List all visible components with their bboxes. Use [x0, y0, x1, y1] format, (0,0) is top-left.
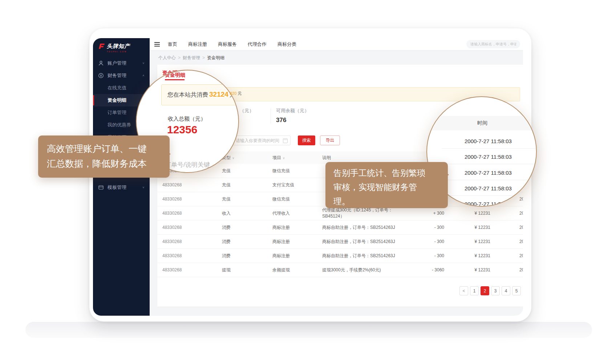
- logo[interactable]: 头牌知产 TOUPAI.COM: [93, 38, 150, 53]
- stat-expense-label-fragment: （元）: [240, 108, 254, 114]
- table-row: 48330268消费商标注册商标自助注册，订单号：SB2514263J- 300…: [157, 221, 523, 235]
- sidebar-group-label: 账户管理: [108, 60, 142, 66]
- nav-item-2[interactable]: 商标注册: [188, 41, 207, 48]
- cell-time: 2000-7-27 11:58:03: [490, 267, 523, 272]
- callout-left: 高效管理账户订单、一键 汇总数据，降低财务成本: [38, 136, 170, 178]
- lens-time-value: 2000-7-27 11:58:03: [465, 170, 512, 176]
- table-header-item[interactable]: 项目∨: [272, 155, 322, 161]
- cell-desc: 提现3000元，手续费2%(60元): [322, 267, 412, 273]
- sidebar-group-3[interactable]: 模板管理∨: [93, 181, 150, 194]
- nav-item-1[interactable]: 首页: [168, 41, 177, 48]
- breadcrumb-item[interactable]: 个人中心: [158, 55, 176, 61]
- logo-flag-icon: [98, 43, 105, 51]
- lens-income-value: 12356: [167, 124, 197, 136]
- stat-balance-label: 可用余额（元）: [276, 108, 309, 114]
- cell-type: 充值: [222, 168, 272, 174]
- cell-type: 消费: [222, 239, 272, 245]
- time-filter-input[interactable]: [232, 136, 291, 145]
- cell-type: 消费: [222, 225, 272, 231]
- cell-balance: ¥ 12231: [444, 225, 490, 230]
- search-button[interactable]: 搜索: [298, 136, 315, 145]
- lens-row-divider: [442, 164, 536, 164]
- sidebar-group-1[interactable]: 账户管理∨: [93, 57, 150, 69]
- cell-order: 48330268: [162, 197, 222, 202]
- cell-balance: ¥ 12231: [444, 267, 490, 272]
- lens-time-value: 2000-7-27 11:58:03: [465, 154, 512, 160]
- time-filter: [232, 136, 291, 145]
- banner-fragment-unit: 元: [238, 91, 242, 96]
- nav-item-5[interactable]: 商标分类: [277, 41, 296, 48]
- stat-balance-value: 376: [276, 117, 309, 124]
- breadcrumb-separator: >: [178, 55, 181, 60]
- sidebar-group-label: 模板管理: [108, 184, 142, 191]
- cell-balance: ¥ 12231: [444, 239, 490, 244]
- cell-amount: - 300: [412, 253, 444, 258]
- template-icon: [98, 185, 104, 190]
- logo-title: 头牌知产: [107, 43, 130, 50]
- top-navigation: 首页商标注册商标服务代理合作商标分类: [168, 41, 296, 48]
- pagination-page-2[interactable]: 2: [481, 286, 489, 295]
- cell-time: 2000-7-27 11:58:03: [490, 239, 523, 244]
- lens-banner-text: 您在本站共消费32124元: [167, 90, 235, 99]
- calendar-icon[interactable]: [283, 138, 288, 143]
- cell-amount: - 3060: [412, 267, 444, 272]
- breadcrumb-item[interactable]: 财务管理: [183, 55, 200, 61]
- sidebar-item-在线充值[interactable]: 在线充值: [93, 82, 150, 94]
- cell-time: 2000-7-27 11:58:03: [490, 225, 523, 230]
- cell-time: 2000-7-27 11:58:03: [490, 253, 523, 258]
- trademark-search-input[interactable]: [466, 40, 520, 48]
- hamburger-menu-icon[interactable]: [150, 38, 164, 50]
- breadcrumb: 个人中心>财务管理>资金明细: [150, 50, 523, 65]
- cell-type: 提现: [222, 267, 272, 273]
- cell-amount: + 300: [412, 211, 444, 216]
- lens-banner-amount: 32124: [209, 90, 228, 98]
- cell-item: 微信充值: [272, 168, 322, 174]
- cell-order: 48330268: [162, 211, 222, 216]
- cell-type: 充值: [222, 196, 272, 202]
- cell-item: 商标注册: [272, 239, 322, 245]
- user-icon: [98, 60, 104, 66]
- pagination-prev-button[interactable]: <: [459, 286, 468, 295]
- lens-time-value: 2000-7-27 11:58:03: [465, 185, 512, 191]
- chevron-down-icon[interactable]: ∨: [283, 156, 285, 160]
- pagination-page-5[interactable]: 5: [512, 286, 521, 295]
- table-row: 48330268消费商标注册商标自助注册，订单号：SB2514263J- 300…: [157, 249, 523, 263]
- breadcrumb-item[interactable]: 资金明细: [207, 55, 224, 61]
- cell-desc: 代理提成300元（ID:1245，订单号：SB45124）: [322, 207, 412, 219]
- cell-desc: 商标自助注册，订单号：SB2514263J: [322, 239, 412, 245]
- cell-item: 商标注册: [272, 225, 322, 231]
- export-button[interactable]: 导出: [320, 136, 340, 145]
- nav-item-4[interactable]: 代理合作: [248, 41, 267, 48]
- cell-balance: ¥ 12231: [444, 211, 490, 216]
- header-label: 项目: [272, 155, 281, 160]
- chevron-down-icon: ∨: [142, 186, 145, 189]
- cell-order: 48330268: [162, 239, 222, 244]
- pagination-page-4[interactable]: 4: [502, 286, 510, 295]
- cell-type: 收入: [222, 210, 272, 217]
- lens-banner-prefix: 您在本站共消费: [167, 92, 208, 98]
- cell-desc: 商标自助注册，订单号：SB2514263J: [322, 253, 412, 259]
- stat-expense: （元）: [240, 108, 254, 114]
- cell-item: 代理收入: [272, 210, 322, 217]
- stat-divider: [271, 108, 271, 124]
- cell-item: 微信充值: [272, 196, 322, 202]
- table-row: 48330268提现余额提现提现3000元，手续费2%(60元)- 3060¥ …: [157, 263, 523, 277]
- cell-desc: 商标自助注册，订单号：SB2514263J: [322, 225, 412, 231]
- table-header-type[interactable]: 类型∨: [222, 155, 272, 161]
- cell-amount: - 300: [412, 239, 444, 244]
- chevron-down-icon[interactable]: ∨: [232, 156, 235, 160]
- chevron-down-icon: ∨: [142, 62, 145, 65]
- lens-time-value: 2000-7-27 11:58:03: [465, 138, 512, 144]
- cell-order: 48330268: [162, 267, 222, 272]
- finance-icon: [98, 73, 104, 78]
- cell-type: 充值: [222, 182, 272, 188]
- pagination-page-3[interactable]: 3: [491, 286, 500, 295]
- cell-type: 消费: [222, 253, 272, 259]
- nav-item-3[interactable]: 商标服务: [218, 41, 237, 48]
- cell-balance: ¥ 12231: [444, 253, 490, 258]
- lens-tab-underline: [165, 79, 185, 80]
- cell-order: 48330268: [162, 225, 222, 230]
- topbar: 首页商标注册商标服务代理合作商标分类: [150, 38, 523, 50]
- pagination-page-1[interactable]: 1: [470, 286, 479, 295]
- sidebar-group-2[interactable]: 财务管理∧: [93, 69, 150, 82]
